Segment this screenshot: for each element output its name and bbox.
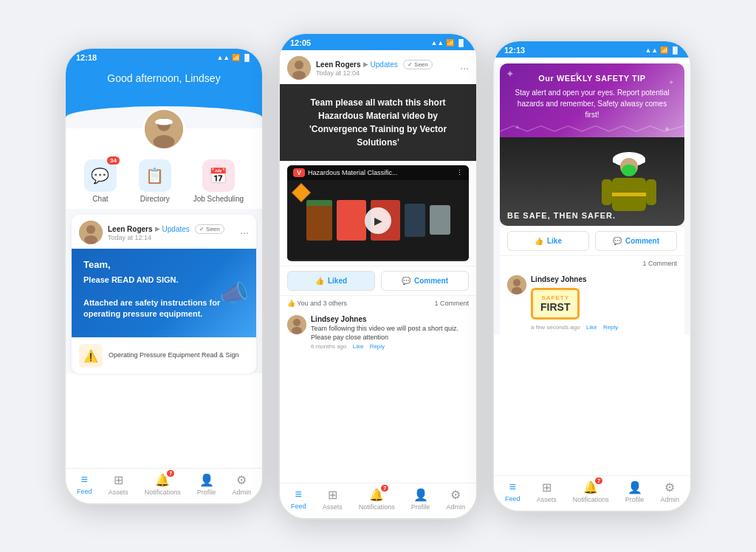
- assets-icon-3: ⊞: [542, 480, 551, 494]
- nav-notifications-2[interactable]: 🔔 7 Notifications: [359, 488, 395, 511]
- svg-rect-20: [602, 179, 612, 205]
- like-icon-3: 👍: [535, 237, 543, 245]
- post-meta-1: Leen Rogers ▶ Updates ✓ Seen Today at 12…: [108, 224, 235, 241]
- schedule-action[interactable]: 📅 Job Scheduling: [193, 159, 244, 203]
- greeting-text: Good afternoon, Lindsey: [66, 72, 262, 84]
- post-author-row-1: Leen Rogers ▶ Updates ✓ Seen: [108, 224, 235, 234]
- deco-triangle: ▲: [574, 69, 580, 77]
- nav-assets-1[interactable]: ⊞ Assets: [109, 473, 128, 496]
- post-channel-2: Updates: [371, 61, 398, 69]
- feed-icon-1: ≡: [81, 473, 88, 486]
- notifications-badge-3: 7: [595, 477, 602, 484]
- nav-admin-1[interactable]: ⚙ Admin: [232, 473, 251, 496]
- post-more-1[interactable]: ···: [240, 227, 249, 238]
- hazmat-symbol-1: [292, 183, 310, 201]
- comment-button-3[interactable]: 💬 Comment: [595, 231, 677, 251]
- post-avatar-1: [79, 221, 103, 244]
- nav-admin-2[interactable]: ⚙ Admin: [446, 488, 465, 511]
- comment-bubble-2: Lindsey Johnes Team following this video…: [311, 315, 469, 350]
- signal-icon-2: ▲▲: [430, 39, 444, 46]
- phone2-content-text: Team please all watch this short Hazardo…: [290, 96, 466, 149]
- phone3-body: ✦ ✦ ▲ ▲ ● Our WEEKLY SAFETY TIP Stay ale…: [494, 63, 690, 335]
- battery-icon: ▐▌: [242, 54, 252, 61]
- directory-label: Directory: [140, 195, 170, 203]
- comment-like-link-3[interactable]: Like: [586, 324, 597, 331]
- feed-label-3: Feed: [505, 495, 520, 503]
- nav-profile-2[interactable]: 👤 Profile: [411, 488, 430, 511]
- comment-reply-link-2[interactable]: Reply: [370, 343, 385, 350]
- v-logo: V: [293, 168, 305, 177]
- quick-actions-row: 💬 34 Chat 📋 Directory 📅 Job Scheduling: [66, 151, 262, 209]
- nav-profile-3[interactable]: 👤 Profile: [625, 480, 645, 503]
- comment-icon-3: 💬: [613, 237, 622, 245]
- phone-1: 12:18 ▲▲ 📶 ▐▌ Good afternoon, Lindsey: [64, 47, 264, 505]
- chat-label: Chat: [92, 195, 108, 203]
- nav-notifications-3[interactable]: 🔔 7 Notifications: [573, 480, 609, 503]
- status-icons-3: ▲▲ 📶 ▐▌: [645, 46, 680, 54]
- schedule-action-icon: 📅: [202, 159, 235, 192]
- product-5: [430, 205, 450, 235]
- nav-feed-1[interactable]: ≡ Feed: [77, 473, 92, 496]
- nav-profile-1[interactable]: 👤 Profile: [197, 473, 216, 496]
- status-bar-1: 12:18 ▲▲ 📶 ▐▌: [66, 49, 262, 65]
- battery-icon-3: ▐▌: [670, 46, 680, 54]
- content-title-1: Team,: [83, 259, 244, 270]
- admin-label-3: Admin: [660, 496, 679, 503]
- hazmat-symbols: [295, 186, 308, 199]
- liked-button[interactable]: 👍 Liked: [287, 271, 375, 291]
- wifi-icon-3: 📶: [660, 46, 668, 54]
- notifications-icon-2: 🔔 7: [369, 488, 384, 502]
- chat-action[interactable]: 💬 34 Chat: [84, 159, 117, 203]
- svg-point-17: [622, 165, 636, 176]
- like-button-3[interactable]: 👍 Like: [507, 231, 589, 251]
- attachment-row-1[interactable]: ⚠️ Operating Pressure Equipment Read & S…: [72, 337, 256, 373]
- profile-icon-1: 👤: [199, 473, 214, 487]
- admin-icon-2: ⚙: [450, 488, 461, 502]
- feed-label-2: Feed: [291, 503, 306, 510]
- comment-author-2: Lindsey Johnes: [311, 315, 469, 323]
- nav-feed-3[interactable]: ≡ Feed: [505, 480, 520, 503]
- post-more-2[interactable]: ···: [460, 62, 469, 74]
- nav-notifications-1[interactable]: 🔔 7 Notifications: [145, 473, 181, 496]
- assets-label-1: Assets: [109, 489, 128, 496]
- play-button[interactable]: ▶: [365, 207, 391, 234]
- directory-action[interactable]: 📋 Directory: [139, 159, 171, 203]
- admin-icon-1: ⚙: [236, 473, 247, 487]
- phone2-video-preview[interactable]: V Hazardous Material Classific... ⋮: [287, 165, 469, 261]
- post-avatar-2: [287, 56, 311, 80]
- safety-tip-header: ✦ ✦ ▲ ▲ ● Our WEEKLY SAFETY TIP Stay ale…: [500, 63, 684, 137]
- comment-button-2[interactable]: 💬 Comment: [381, 271, 469, 291]
- admin-label-1: Admin: [232, 489, 251, 496]
- phone3-comment: Lindsey Johnes SAFETY FIRST a few second…: [500, 271, 684, 335]
- video-options[interactable]: ⋮: [456, 169, 463, 176]
- phone2-body: Leen Rogers ▶ Updates ✓ Seen Today at 12…: [280, 50, 476, 354]
- phone2-action-buttons: 👍 Liked 💬 Comment: [280, 266, 476, 296]
- comment-like-link-2[interactable]: Like: [353, 343, 364, 350]
- seen-badge-1: ✓ Seen: [195, 224, 224, 234]
- post-time-2: Today at 12:04: [316, 69, 455, 77]
- svg-point-23: [513, 279, 520, 286]
- phone1-post-header: Leen Rogers ▶ Updates ✓ Seen Today at 12…: [72, 215, 256, 249]
- warning-icon: ⚠️: [83, 349, 98, 363]
- assets-icon-2: ⊞: [328, 488, 337, 502]
- safety-tip-text: Stay alert and open your eyes. Report po…: [510, 87, 674, 120]
- chat-icon: 💬: [91, 167, 109, 184]
- profile-label-2: Profile: [411, 503, 430, 511]
- notifications-label-2: Notifications: [359, 503, 395, 511]
- seen-badge-2: ✓ Seen: [403, 60, 433, 69]
- nav-admin-3[interactable]: ⚙ Admin: [660, 480, 679, 503]
- profile-icon-3: 👤: [628, 480, 642, 494]
- profile-label-3: Profile: [625, 496, 645, 503]
- profile-icon-2: 👤: [413, 488, 428, 502]
- comment-reply-link-3[interactable]: Reply: [603, 324, 618, 331]
- nav-feed-2[interactable]: ≡ Feed: [291, 488, 306, 511]
- svg-rect-4: [155, 120, 172, 123]
- arrow-icon-1: ▶: [155, 225, 160, 232]
- svg-point-13: [292, 327, 302, 334]
- nav-assets-3[interactable]: ⊞ Assets: [537, 480, 557, 503]
- nav-assets-2[interactable]: ⊞ Assets: [323, 488, 343, 511]
- notifications-icon-1: 🔔 7: [155, 473, 170, 487]
- comment-author-3: Lindsey Johnes: [531, 275, 618, 283]
- admin-label-2: Admin: [446, 503, 465, 511]
- safety-first-badge: SAFETY FIRST: [531, 288, 580, 320]
